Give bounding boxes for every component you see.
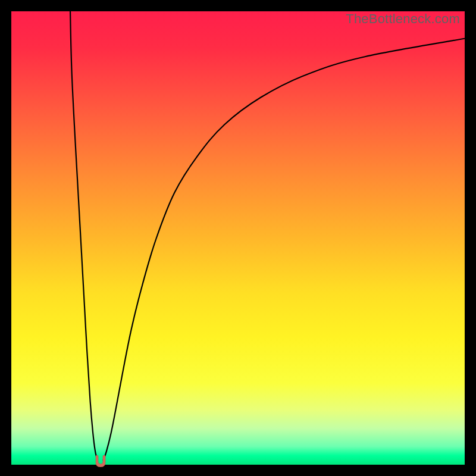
optimum-marker-icon <box>94 455 107 467</box>
bottleneck-curve <box>11 11 465 465</box>
chart-root: TheBottleneck.com <box>0 0 476 476</box>
plot-area: TheBottleneck.com <box>11 11 465 465</box>
